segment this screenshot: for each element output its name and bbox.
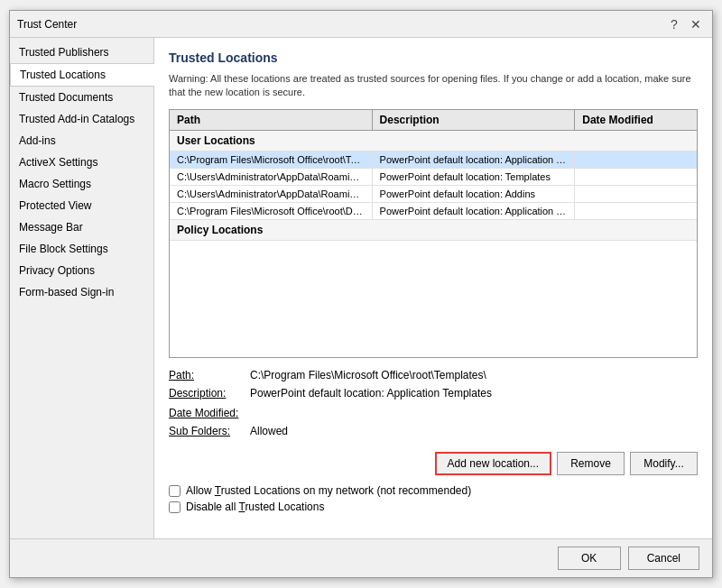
- main-content: Trusted Locations Warning: All these loc…: [154, 38, 712, 538]
- action-buttons: Add new location... Remove Modify...: [169, 452, 698, 475]
- detail-path-row: Path: C:\Program Files\Microsoft Office\…: [169, 367, 698, 383]
- sidebar-item-add-ins[interactable]: Add-ins: [10, 130, 153, 152]
- add-new-location-button[interactable]: Add new location...: [435, 452, 551, 475]
- remove-button[interactable]: Remove: [557, 452, 625, 475]
- row-path: C:\Program Files\Microsoft Office\root\T…: [170, 152, 373, 168]
- sidebar-item-protected-view[interactable]: Protected View: [10, 195, 153, 216]
- disable-all-row: Disable all Trusted Locations: [169, 501, 698, 513]
- date-modified-label: Date Modified:: [169, 405, 250, 421]
- row-date: [575, 186, 697, 202]
- trust-center-dialog: Trust Center ? ✕ Trusted Publishers Trus…: [9, 10, 713, 578]
- policy-locations-label: Policy Locations: [170, 220, 697, 241]
- row-description: PowerPoint default location: Addins: [373, 186, 576, 202]
- modify-button[interactable]: Modify...: [630, 452, 698, 475]
- row-description: PowerPoint default location: Application…: [373, 152, 576, 168]
- sidebar-item-macro-settings[interactable]: Macro Settings: [10, 173, 153, 195]
- sidebar-item-file-block-settings[interactable]: File Block Settings: [10, 238, 153, 260]
- table-row[interactable]: C:\Users\Administrator\AppData\Roaming\M…: [170, 169, 697, 186]
- checkboxes-section: Allow Trusted Locations on my network (n…: [169, 484, 698, 517]
- row-description: PowerPoint default location: Templates: [373, 169, 576, 185]
- table-row[interactable]: C:\Program Files\Microsoft Office\root\D…: [170, 203, 697, 220]
- disable-all-label: Disable all Trusted Locations: [186, 501, 324, 513]
- title-bar: Trust Center ? ✕: [10, 11, 712, 38]
- detail-description-row: Description: PowerPoint default location…: [169, 385, 698, 401]
- dialog-body: Trusted Publishers Trusted Locations Tru…: [10, 38, 712, 538]
- sidebar-item-message-bar[interactable]: Message Bar: [10, 216, 153, 238]
- close-button[interactable]: ✕: [687, 15, 705, 33]
- description-label: Description:: [169, 385, 250, 401]
- sidebar-item-trusted-publishers[interactable]: Trusted Publishers: [10, 41, 153, 63]
- col-header-description: Description: [373, 110, 576, 130]
- cancel-button[interactable]: Cancel: [628, 547, 699, 570]
- detail-date-row: Date Modified:: [169, 405, 698, 421]
- sidebar-item-activex-settings[interactable]: ActiveX Settings: [10, 152, 153, 173]
- table-row[interactable]: C:\Program Files\Microsoft Office\root\T…: [170, 152, 697, 169]
- row-date: [575, 152, 697, 168]
- sub-folders-label: Sub Folders:: [169, 423, 250, 439]
- path-label: Path:: [169, 367, 250, 383]
- row-path: C:\Program Files\Microsoft Office\root\D…: [170, 203, 373, 219]
- sidebar-item-trusted-locations[interactable]: Trusted Locations: [10, 63, 154, 87]
- table-header: Path Description Date Modified: [170, 110, 697, 131]
- sidebar-item-trusted-addin-catalogs[interactable]: Trusted Add-in Catalogs: [10, 108, 153, 130]
- user-locations-label: User Locations: [170, 131, 697, 152]
- detail-subfolders-row: Sub Folders: Allowed: [169, 423, 698, 439]
- col-header-path: Path: [170, 110, 373, 130]
- row-path: C:\Users\Administrator\AppData\Roaming\M…: [170, 169, 373, 185]
- row-description: PowerPoint default location: Application…: [373, 203, 576, 219]
- row-date: [575, 203, 697, 219]
- allow-network-row: Allow Trusted Locations on my network (n…: [169, 484, 698, 497]
- title-bar-controls: ? ✕: [665, 15, 705, 33]
- detail-section: Path: C:\Program Files\Microsoft Office\…: [169, 367, 698, 441]
- path-value: C:\Program Files\Microsoft Office\root\T…: [250, 367, 486, 383]
- description-value: PowerPoint default location: Application…: [250, 385, 492, 401]
- row-date: [575, 169, 697, 185]
- dialog-footer: OK Cancel: [10, 538, 712, 577]
- allow-network-label: Allow Trusted Locations on my network (n…: [186, 484, 471, 497]
- allow-network-checkbox[interactable]: [169, 485, 180, 497]
- table-row[interactable]: C:\Users\Administrator\AppData\Roaming\M…: [170, 186, 697, 203]
- sub-folders-value: Allowed: [250, 423, 288, 439]
- locations-table: Path Description Date Modified User Loca…: [169, 109, 698, 358]
- sidebar-item-form-based-sign-in[interactable]: Form-based Sign-in: [10, 281, 153, 303]
- row-path: C:\Users\Administrator\AppData\Roaming\M…: [170, 186, 373, 202]
- ok-button[interactable]: OK: [558, 547, 621, 570]
- sidebar: Trusted Publishers Trusted Locations Tru…: [10, 38, 154, 538]
- col-header-date-modified: Date Modified: [575, 110, 697, 130]
- sidebar-item-trusted-documents[interactable]: Trusted Documents: [10, 87, 153, 108]
- sidebar-item-privacy-options[interactable]: Privacy Options: [10, 260, 153, 281]
- disable-all-checkbox[interactable]: [169, 501, 180, 513]
- warning-text: Warning: All these locations are treated…: [169, 72, 698, 100]
- help-button[interactable]: ?: [665, 15, 683, 33]
- page-title: Trusted Locations: [169, 51, 698, 65]
- dialog-title: Trust Center: [17, 18, 77, 31]
